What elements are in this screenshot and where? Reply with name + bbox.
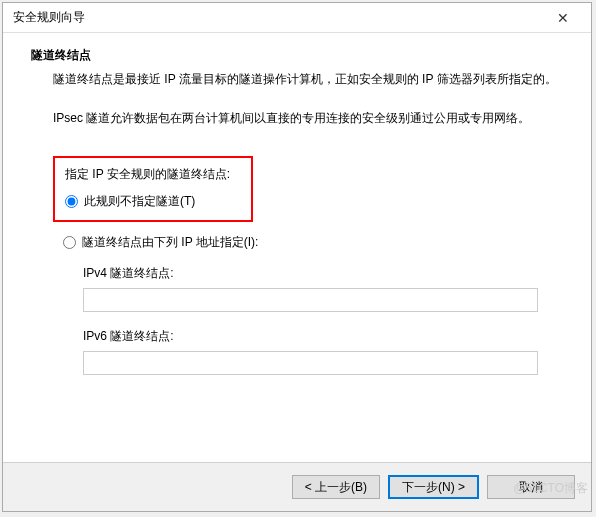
ipv6-label: IPv6 隧道终结点: <box>83 328 563 345</box>
ipsec-note: IPsec 隧道允许数据包在两台计算机间以直接的专用连接的安全级别通过公用或专用… <box>53 109 563 128</box>
ipv6-group: IPv6 隧道终结点: <box>83 328 563 375</box>
highlighted-option: 指定 IP 安全规则的隧道终结点: 此规则不指定隧道(T) <box>53 156 253 222</box>
close-button[interactable]: ✕ <box>543 5 583 31</box>
close-icon: ✕ <box>557 10 569 26</box>
radio-by-ip-input[interactable] <box>63 236 76 249</box>
section-heading: 隧道终结点 <box>31 47 563 64</box>
wizard-dialog: 安全规则向导 ✕ 隧道终结点 隧道终结点是最接近 IP 流量目标的隧道操作计算机… <box>2 2 592 512</box>
ipv4-label: IPv4 隧道终结点: <box>83 265 563 282</box>
radio-no-tunnel-label: 此规则不指定隧道(T) <box>84 193 195 210</box>
radio-no-tunnel-input[interactable] <box>65 195 78 208</box>
specify-label: 指定 IP 安全规则的隧道终结点: <box>65 166 241 183</box>
section-description: 隧道终结点是最接近 IP 流量目标的隧道操作计算机，正如安全规则的 IP 筛选器… <box>53 70 563 89</box>
cancel-button[interactable]: 取消 <box>487 475 575 499</box>
dialog-content: 隧道终结点 隧道终结点是最接近 IP 流量目标的隧道操作计算机，正如安全规则的 … <box>3 33 591 462</box>
radio-no-tunnel[interactable]: 此规则不指定隧道(T) <box>65 193 241 210</box>
dialog-title: 安全规则向导 <box>13 9 85 26</box>
button-bar: < 上一步(B) 下一步(N) > 取消 <box>3 462 591 511</box>
radio-by-ip-label: 隧道终结点由下列 IP 地址指定(I): <box>82 234 258 251</box>
next-button[interactable]: 下一步(N) > <box>388 475 479 499</box>
ipv6-input[interactable] <box>83 351 538 375</box>
titlebar: 安全规则向导 ✕ <box>3 3 591 33</box>
ipv4-group: IPv4 隧道终结点: <box>83 265 563 312</box>
radio-by-ip[interactable]: 隧道终结点由下列 IP 地址指定(I): <box>63 234 563 251</box>
back-button[interactable]: < 上一步(B) <box>292 475 380 499</box>
ipv4-input[interactable] <box>83 288 538 312</box>
